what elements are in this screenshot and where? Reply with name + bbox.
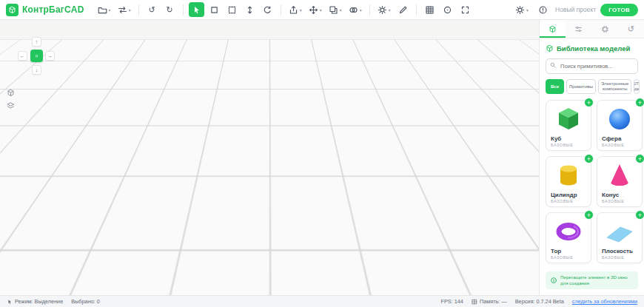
snap-toggle-button[interactable] [440, 2, 455, 17]
nav-up-button[interactable]: ↑ [32, 37, 41, 47]
target-icon [443, 5, 452, 15]
model-name: Цилиндр [551, 192, 586, 198]
model-card-cube[interactable]: + Куб БАЗОВЫЕ [546, 100, 591, 151]
about-button[interactable] [535, 2, 551, 17]
model-cards-grid: + Куб БАЗОВЫЕ + [546, 100, 638, 263]
top-toolbar: КонтрБагCAD ▾ ▾ ↺ ↻ ▾ ▾ ▾ ▾ [0, 0, 644, 20]
model-name: Плоскость [602, 248, 637, 254]
ready-button[interactable]: ГОТОВ [600, 4, 638, 16]
toolbar-divider [281, 4, 281, 16]
add-model-button[interactable]: + [635, 210, 644, 220]
info-icon [550, 277, 557, 284]
cylinder-icon [551, 161, 586, 189]
toolbar-divider [138, 4, 139, 16]
copy-icon [329, 5, 338, 15]
logo-cube-icon [6, 4, 19, 16]
two-circles-icon [349, 5, 358, 15]
model-card-torus[interactable]: + Тор БАЗОВЫЕ [546, 212, 591, 263]
redo-button[interactable]: ↻ [162, 2, 178, 17]
fullscreen-button[interactable] [457, 2, 473, 17]
layers-icon [7, 101, 15, 109]
chevron-down-icon: ▾ [389, 7, 391, 13]
viewport-3d[interactable]: ↑ ← → ↓ X: -24.59, Y: 0.00, Z: -25.52 Уп… [0, 20, 539, 295]
grid-toggle-button[interactable] [422, 2, 437, 17]
chevron-down-icon: ▾ [340, 7, 342, 13]
toolbar-divider [416, 4, 417, 16]
updates-link[interactable]: следить за обновлениями [572, 298, 637, 305]
app-settings-button[interactable]: ▾ [513, 2, 531, 17]
add-model-button[interactable]: + [584, 210, 594, 220]
model-card-sphere[interactable]: + Сфера БАЗОВЫЕ [597, 100, 643, 151]
selection-status: Выбрано: 0 [71, 298, 100, 305]
model-name: Куб [551, 135, 586, 142]
move-button[interactable]: ▾ [306, 2, 324, 17]
model-card-cylinder[interactable]: + Цилиндр БАЗОВЫЕ [546, 156, 591, 207]
duplicate-button[interactable]: ▾ [326, 2, 344, 17]
memory-status: Память: — [472, 298, 507, 305]
filter-chip-stl[interactable]: STL модели [634, 79, 640, 94]
projection-toggle-button[interactable] [5, 87, 16, 98]
chip-icon [601, 25, 609, 33]
add-model-button[interactable]: + [635, 98, 644, 107]
arrow-down-icon: ↓ [36, 67, 38, 72]
box-select-tool-button[interactable] [207, 2, 222, 17]
model-name: Тор [551, 248, 586, 254]
export-model-button[interactable]: ▾ [286, 2, 304, 17]
undo-button[interactable]: ↺ [144, 2, 160, 17]
model-category: БАЗОВЫЕ [551, 199, 586, 203]
chevron-down-icon: ▾ [360, 7, 362, 13]
tab-history[interactable]: ↺ [618, 20, 644, 38]
library-title: Библиотека моделей [557, 44, 630, 53]
chevron-down-icon: ▾ [109, 7, 111, 13]
tab-properties[interactable] [566, 20, 591, 38]
main-area: ↑ ← → ↓ X: -24.59, Y: 0.00, Z: -25.52 Уп… [0, 20, 644, 295]
chevron-down-icon: ▾ [129, 7, 131, 13]
edit-button[interactable] [395, 2, 411, 17]
plane-icon [602, 217, 637, 246]
rotate-tool-button[interactable] [260, 2, 275, 17]
square-icon [209, 5, 219, 15]
nav-right-button[interactable]: → [45, 51, 55, 61]
search-input[interactable] [546, 58, 638, 74]
project-name-label: Новый проект [555, 6, 596, 13]
add-model-button[interactable]: + [584, 98, 594, 107]
tab-model-library[interactable] [540, 20, 566, 38]
cursor-icon [192, 5, 201, 15]
select-tool-button[interactable] [189, 2, 204, 17]
model-card-cone[interactable]: + Конус БАЗОВЫЕ [597, 156, 643, 207]
controls-tooltip-line: Управление: ЛКМ - выделение, ПКМ - [435, 252, 526, 259]
status-bar: Режим: Выделение Выбрано: 0 FPS: 144 Пам… [0, 295, 644, 307]
swap-arrows-icon [118, 5, 127, 15]
chevron-down-icon: ▾ [320, 7, 322, 13]
home-view-button[interactable] [30, 50, 43, 62]
boolean-ops-button[interactable]: ▾ [346, 2, 364, 17]
coordinates-readout: X: -24.59, Y: 0.00, Z: -25.52 [7, 274, 108, 285]
chevron-down-icon: ▾ [300, 7, 302, 13]
filter-chip-primitives[interactable]: Примитивы [566, 79, 596, 94]
add-model-button[interactable]: + [584, 154, 594, 163]
import-export-button[interactable]: ▾ [115, 2, 133, 17]
toolbar-divider [183, 4, 184, 16]
nav-down-button[interactable]: ↓ [32, 65, 41, 75]
arrow-right-icon: → [47, 53, 53, 58]
tab-components[interactable] [592, 20, 618, 38]
add-model-button[interactable]: + [635, 154, 644, 163]
layers-toggle-button[interactable] [5, 100, 16, 111]
nav-left-button[interactable]: ← [18, 51, 27, 61]
torus-preview [551, 217, 586, 246]
move-cross-icon [309, 5, 318, 15]
model-card-plane[interactable]: + Плоскость БАЗОВЫЕ [597, 212, 643, 263]
transform-tool-button[interactable] [224, 2, 240, 17]
extrude-tool-button[interactable] [242, 2, 258, 17]
app-title: КонтрБагCAD [22, 4, 84, 15]
open-project-button[interactable]: ▾ [95, 2, 113, 17]
memory-label: Память: — [480, 298, 507, 305]
history-icon: ↺ [628, 24, 634, 34]
filter-chip-electronics[interactable]: Электронные компоненты [598, 79, 631, 94]
folder-icon [98, 5, 107, 15]
arrow-left-icon: ← [20, 53, 25, 58]
tools-settings-button[interactable]: ▾ [375, 2, 393, 17]
mode-status: Режим: Выделение [7, 298, 63, 305]
filter-chip-all[interactable]: Все [546, 79, 564, 94]
model-category: БАЗОВЫЕ [602, 255, 637, 260]
